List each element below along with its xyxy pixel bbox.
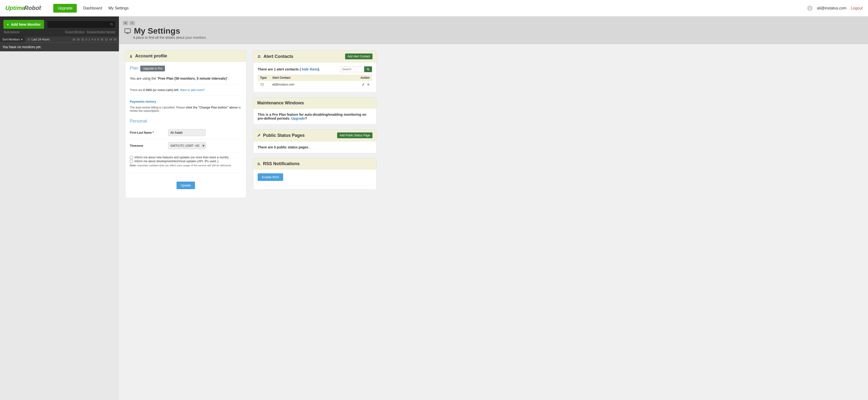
add-status-page-button[interactable]: Add Public Status Page xyxy=(337,132,372,138)
alert-contacts-title: Alert Contacts xyxy=(264,54,293,59)
pause-icon[interactable] xyxy=(367,83,370,86)
contact-email: ali@instatus.com xyxy=(270,81,355,88)
features-updates-checkbox-row: Inform me about new features and updates… xyxy=(130,156,242,159)
page-banner: My Settings A place to find all the deta… xyxy=(119,17,868,44)
plan-description: You are using the "Free Plan (50 monitor… xyxy=(130,76,242,81)
bulk-actions-link[interactable]: Bulk Actions xyxy=(4,30,19,33)
svg-point-3 xyxy=(809,7,811,8)
add-monitor-label: Add New Monitor xyxy=(11,22,41,26)
add-alert-contact-button[interactable]: Add Alert Contact xyxy=(345,54,372,59)
page-subtitle: A place to find all the details about yo… xyxy=(133,36,863,39)
nav-dashboard[interactable]: Dashboard xyxy=(83,6,102,10)
account-profile-title: Account profile xyxy=(135,54,167,59)
svg-text:Robot: Robot xyxy=(24,5,41,11)
monitor-search[interactable] xyxy=(47,21,116,28)
maintenance-title: Maintenance Windows xyxy=(257,100,304,105)
public-status-pages-panel: Public Status Pages Add Public Status Pa… xyxy=(253,129,377,153)
monitor-icon xyxy=(124,28,131,34)
svg-point-13 xyxy=(367,68,369,70)
rss-title: RSS Notifications xyxy=(263,161,300,166)
status-pages-title: Public Status Pages xyxy=(263,133,305,138)
content: My Settings A place to find all the deta… xyxy=(119,17,868,400)
twitter-icon[interactable] xyxy=(123,21,128,25)
upgrade-button[interactable]: Upgrade xyxy=(53,4,77,12)
svg-point-11 xyxy=(258,56,259,56)
edit-icon[interactable] xyxy=(362,83,365,86)
main: + Add New Monitor (Bulk Actions) (Export… xyxy=(0,17,868,400)
logout-link[interactable]: Logout xyxy=(851,6,863,10)
autorenew-text: The auto-renew billing is cancelled. Ple… xyxy=(130,106,242,113)
add-more-sms-link[interactable]: Want to add more? xyxy=(180,88,205,92)
rss-panel: RSS Notifications Enable RSS xyxy=(253,158,377,190)
tech-updates-checkbox-row: Inform me about development/technical up… xyxy=(130,160,242,163)
clock-icon xyxy=(27,38,30,41)
sort-monitors-button[interactable]: Sort Monitors ▾ xyxy=(0,36,25,42)
rss-icon xyxy=(257,162,260,165)
account-profile-panel: Account profile Plan Upgrade to Pro You … xyxy=(125,50,246,198)
expand-names-link[interactable]: Expand Monitor Names xyxy=(87,30,115,33)
timezone-select[interactable]: GMT/UTC (GMT +00:00) ▾ xyxy=(168,142,206,149)
enable-rss-button[interactable]: Enable RSS xyxy=(258,173,283,181)
plus-icon: + xyxy=(7,22,9,26)
user-email[interactable]: ali@instatus.com xyxy=(817,6,846,10)
svg-point-4 xyxy=(111,23,112,25)
note-text: Note: important updates that can effect … xyxy=(130,164,242,167)
alert-search-button[interactable] xyxy=(364,66,372,72)
update-button[interactable]: Update xyxy=(177,182,195,189)
svg-line-14 xyxy=(369,70,369,70)
status-pages-count: There are 0 public status pages . xyxy=(258,145,372,149)
features-updates-checkbox[interactable] xyxy=(130,156,133,159)
page-title: My Settings xyxy=(134,26,180,36)
alert-search xyxy=(340,66,372,72)
sidebar: + Add New Monitor (Bulk Actions) (Export… xyxy=(0,17,119,400)
name-label: First-Last Name * xyxy=(130,131,168,134)
topbar: UptimeRobot Upgrade Dashboard My Setting… xyxy=(0,0,868,17)
avatar[interactable] xyxy=(807,6,812,11)
timezone-label: Timezone xyxy=(130,144,168,148)
maintenance-windows-panel: Maintenance Windows This is a Pro Plan f… xyxy=(253,97,377,124)
upgrade-to-pro-button[interactable]: Upgrade to Pro xyxy=(140,66,165,71)
chevron-down-icon: ▾ xyxy=(202,144,206,148)
timezone-value: GMT/UTC (GMT +00:00) xyxy=(170,144,199,148)
nav-settings[interactable]: My Settings xyxy=(108,6,129,10)
th-contact: Alert Contact xyxy=(270,74,355,81)
svg-point-18 xyxy=(257,164,258,165)
th-type: Type xyxy=(258,74,270,81)
alert-contacts-panel: Alert Contacts Add Alert Contact There a… xyxy=(253,50,377,92)
add-monitor-button[interactable]: + Add New Monitor xyxy=(3,20,44,29)
sidebar-filter-row: Sort Monitors ▾ Last 24 Hours 18 20 22 0… xyxy=(0,36,119,42)
svg-line-5 xyxy=(112,25,113,25)
svg-rect-7 xyxy=(125,29,130,32)
sidebar-links: (Bulk Actions) (Export Monitors - Expand… xyxy=(3,30,116,33)
payments-history-link[interactable]: Payments history xyxy=(130,100,156,103)
sms-left-text: There are 0 SMS (or voice-calls) left. W… xyxy=(130,88,242,92)
hide-contacts-link[interactable]: hide them xyxy=(302,67,318,71)
alert-search-input[interactable] xyxy=(340,66,364,72)
hour-ticks: 18 20 22 0 2 4 6 8 10 12 14 16 xyxy=(72,36,119,42)
tech-updates-checkbox[interactable] xyxy=(130,160,133,163)
svg-text:Uptime: Uptime xyxy=(5,5,25,11)
logo[interactable]: UptimeRobot xyxy=(5,4,42,12)
sidebar-top: + Add New Monitor (Bulk Actions) (Export… xyxy=(0,17,119,36)
svg-point-12 xyxy=(259,56,260,56)
topbar-right: ali@instatus.com Logout xyxy=(807,6,863,11)
maintenance-text: This is a Pro Plan feature for auto-disa… xyxy=(258,113,372,120)
wrench-icon xyxy=(257,134,260,137)
personal-section-title: Personal xyxy=(130,119,147,124)
last-24-label: Last 24 Hours xyxy=(31,38,50,41)
monitor-search-input[interactable] xyxy=(49,23,110,26)
chevron-down-icon: ▾ xyxy=(21,38,23,41)
main-nav: Upgrade Dashboard My Settings xyxy=(53,4,129,12)
alert-count-text: There are 1 alert contacts ( hide them). xyxy=(258,67,320,71)
svg-point-10 xyxy=(130,55,132,56)
svg-rect-17 xyxy=(369,84,369,86)
facebook-icon[interactable] xyxy=(130,21,135,25)
th-action: Action xyxy=(355,74,372,81)
maintenance-upgrade-link[interactable]: Upgrade xyxy=(291,117,305,120)
svg-rect-15 xyxy=(261,83,264,86)
name-input[interactable] xyxy=(168,129,206,136)
name-row: First-Last Name * xyxy=(130,126,242,139)
export-monitors-link[interactable]: Export Monitors xyxy=(66,30,85,33)
timezone-row: Timezone GMT/UTC (GMT +00:00) ▾ xyxy=(130,139,242,152)
sort-label: Sort Monitors xyxy=(2,38,20,41)
